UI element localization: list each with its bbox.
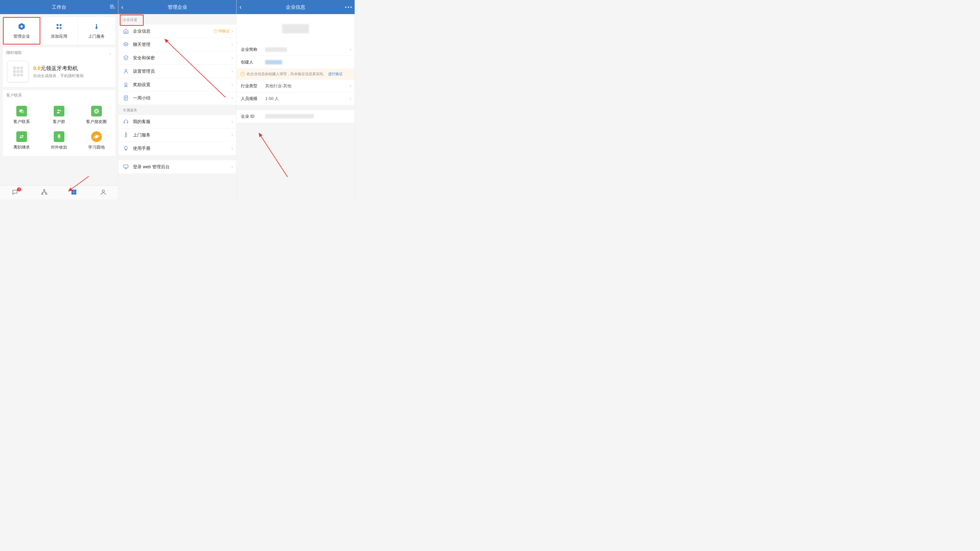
row-reward[interactable]: 奖励设置 ›	[118, 78, 237, 91]
group-label-settings: 企业设置	[118, 14, 237, 25]
back-button[interactable]: ‹	[239, 0, 242, 14]
svg-rect-29	[124, 165, 128, 168]
customer-item-moments[interactable]: 客户朋友圈	[78, 102, 115, 128]
row-security[interactable]: 安全和保密 ›	[118, 51, 237, 65]
list-service: 我的客服 › 上门服务 › 使用手册 ›	[118, 115, 237, 155]
chevron-right-icon: ›	[231, 69, 233, 74]
blurred-value	[265, 48, 287, 52]
medal-icon	[123, 81, 129, 88]
warning-icon: ?	[240, 72, 245, 76]
section-limited: 限时领取 ⌄ 9.9元领蓝牙考勤机 自动生成报表，手机随时查阅	[3, 48, 115, 87]
cny-icon	[54, 131, 64, 142]
customer-header: 客户联系	[3, 90, 115, 101]
svg-rect-18	[72, 192, 73, 194]
svg-point-8	[57, 110, 59, 111]
add-app-icon	[55, 22, 63, 31]
blurred-value	[265, 114, 314, 118]
home-icon	[123, 28, 129, 34]
svg-point-7	[21, 111, 24, 113]
aperture-icon	[91, 106, 102, 116]
shield-icon	[123, 55, 129, 61]
cell-add-app[interactable]: 添加应用	[40, 17, 78, 45]
svg-point-26	[125, 69, 127, 71]
chevron-right-icon: ›	[231, 164, 233, 169]
monitor-icon	[123, 164, 129, 170]
tab-org[interactable]	[29, 186, 59, 199]
screen-enterprise-info: ‹ 企业信息 企业简称 › 创建人 ? 此企业信息由创建人填写，尚未验证信息真实…	[237, 0, 355, 199]
list-basic: 企业简称 › 创建人	[237, 43, 355, 68]
svg-point-13	[43, 189, 45, 191]
back-button[interactable]: ‹	[121, 0, 124, 14]
customer-item-learning[interactable]: 学习园地	[78, 128, 115, 153]
row-chat-management[interactable]: 聊天管理 ›	[118, 38, 237, 51]
row-weekly-summary[interactable]: 一周小结 ›	[118, 91, 237, 105]
cell-onsite-service[interactable]: 上门服务	[78, 17, 115, 45]
svg-point-15	[45, 193, 47, 194]
row-short-name[interactable]: 企业简称 ›	[237, 43, 355, 56]
customer-item-payment[interactable]: 对外收款	[40, 128, 78, 153]
blurred-name	[282, 24, 309, 33]
tie-icon	[123, 132, 129, 138]
tab-workspace[interactable]	[59, 186, 89, 199]
svg-point-27	[125, 83, 127, 85]
svg-line-31	[260, 135, 288, 177]
svg-point-25	[127, 44, 127, 45]
verify-link[interactable]: 进行验证	[328, 72, 343, 76]
doc-icon	[123, 95, 129, 101]
me-icon	[100, 189, 107, 196]
customer-item-contact[interactable]: 客户联系	[3, 102, 40, 128]
header: ‹ 管理企业	[118, 0, 237, 14]
chevron-right-icon: ›	[231, 82, 233, 87]
row-enterprise-id: 企业 ID	[237, 110, 355, 123]
customer-item-group[interactable]: 客户群	[40, 102, 78, 128]
page-title: 企业信息	[286, 4, 305, 10]
verification-notice: ? 此企业信息由创建人填写，尚未验证信息真实性。 进行验证	[237, 68, 355, 80]
cell-manage-enterprise[interactable]: 管理企业	[3, 17, 40, 45]
chevron-left-icon: ‹	[121, 3, 124, 11]
chevron-down-icon: ⌄	[109, 51, 112, 55]
chevron-right-icon: ›	[231, 146, 233, 151]
screen-manage-enterprise: ‹ 管理企业 企业设置 企业信息 ?待验证 › 聊天管理 › 安全和保密 › 设…	[118, 0, 237, 199]
svg-point-0	[113, 7, 115, 9]
section-customer: 客户联系 客户联系 客户群 客户朋友圈 离职继承 对外收款	[3, 90, 115, 156]
page-title: 管理企业	[168, 4, 187, 10]
row-scale[interactable]: 人员规模 1-50 人 ›	[237, 92, 355, 105]
promo-card[interactable]: 9.9元领蓝牙考勤机 自动生成报表，手机随时查阅	[3, 58, 115, 87]
tie-icon	[92, 22, 100, 31]
svg-rect-17	[74, 190, 76, 192]
tab-me[interactable]	[89, 186, 118, 199]
settings-button[interactable]	[110, 0, 115, 14]
chevron-right-icon: ›	[231, 119, 233, 124]
svg-point-5	[56, 27, 59, 29]
chevron-left-icon: ‹	[239, 3, 242, 11]
badge-count: 3	[17, 188, 21, 191]
chevron-right-icon: ›	[231, 56, 233, 61]
row-manual[interactable]: 使用手册 ›	[118, 142, 237, 155]
limited-header[interactable]: 限时领取 ⌄	[3, 48, 115, 58]
row-industry[interactable]: 行业类型 其他行业-其他 ›	[237, 80, 355, 92]
svg-point-23	[125, 44, 125, 45]
customer-item-handover[interactable]: 离职继承	[3, 128, 40, 153]
blurred-value	[265, 60, 282, 64]
more-button[interactable]	[345, 0, 352, 14]
group-label-service: 专属服务	[118, 105, 237, 115]
svg-rect-19	[74, 192, 76, 194]
row-onsite-service[interactable]: 上门服务 ›	[118, 128, 237, 142]
tab-bar: 3	[0, 185, 118, 199]
row-creator: 创建人	[237, 56, 355, 68]
row-set-admin[interactable]: 设置管理员 ›	[118, 65, 237, 78]
row-my-support[interactable]: 我的客服 ›	[118, 115, 237, 128]
planet-icon	[91, 131, 102, 142]
top-action-grid: 管理企业 添加应用 上门服务	[3, 17, 115, 45]
row-enterprise-info[interactable]: 企业信息 ?待验证 ›	[118, 25, 237, 38]
svg-point-20	[102, 190, 104, 192]
list-detail: 行业类型 其他行业-其他 › 人员规模 1-50 人 ›	[237, 80, 355, 105]
list-id: 企业 ID	[237, 110, 355, 123]
tab-chat[interactable]: 3	[0, 186, 29, 199]
promo-text: 9.9元领蓝牙考勤机 自动生成报表，手机随时查阅	[33, 65, 84, 78]
cell-label: 上门服务	[88, 33, 105, 39]
page-title: 工作台	[52, 4, 66, 10]
svg-point-2	[21, 25, 23, 28]
row-web-login[interactable]: 登录 web 管理后台 ›	[118, 160, 237, 174]
svg-point-10	[94, 109, 99, 113]
